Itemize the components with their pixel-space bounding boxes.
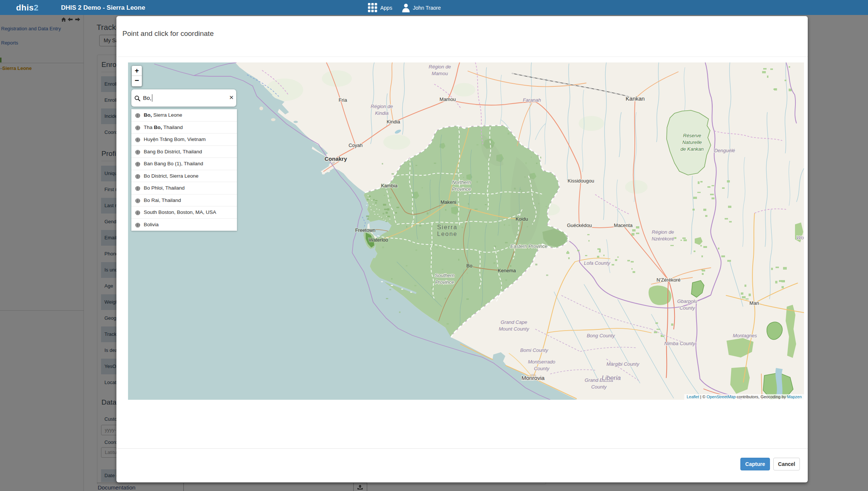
svg-text:Nzérékoré: Nzérékoré bbox=[652, 236, 674, 242]
svg-text:Lofa County: Lofa County bbox=[584, 260, 611, 266]
svg-text:Mamou: Mamou bbox=[432, 71, 448, 76]
svg-text:Kindia: Kindia bbox=[375, 110, 389, 116]
svg-text:Northern: Northern bbox=[452, 179, 471, 185]
svg-text:Grand Cape: Grand Cape bbox=[501, 319, 527, 325]
svg-text:Région de: Région de bbox=[652, 229, 674, 235]
svg-text:Mamou: Mamou bbox=[439, 96, 456, 102]
svg-text:Kambia: Kambia bbox=[381, 183, 398, 188]
svg-text:Monrovia: Monrovia bbox=[521, 375, 545, 381]
svg-text:Région de: Région de bbox=[371, 104, 393, 109]
svg-text:Sierra: Sierra bbox=[437, 224, 458, 230]
svg-text:Makeni: Makeni bbox=[441, 199, 456, 205]
svg-text:Kenema: Kenema bbox=[498, 268, 516, 273]
svg-text:Conakry: Conakry bbox=[325, 156, 347, 162]
svg-text:Province: Province bbox=[435, 279, 454, 285]
svg-text:Eastern Province: Eastern Province bbox=[511, 243, 548, 249]
svg-text:Koidu: Koidu bbox=[515, 216, 528, 222]
svg-text:Faranah: Faranah bbox=[523, 97, 541, 103]
svg-text:Southern: Southern bbox=[435, 273, 455, 278]
svg-text:Woro: Woro bbox=[797, 235, 804, 240]
svg-text:Kindia: Kindia bbox=[387, 119, 401, 125]
svg-text:Guéckédou: Guéckédou bbox=[567, 223, 592, 228]
svg-text:Réserve: Réserve bbox=[683, 133, 701, 138]
svg-text:Montserrado: Montserrado bbox=[528, 359, 555, 365]
svg-text:County: County bbox=[591, 384, 607, 390]
svg-text:Denguélé: Denguélé bbox=[714, 148, 735, 153]
svg-text:Leone: Leone bbox=[437, 231, 458, 237]
svg-text:Freetown: Freetown bbox=[355, 227, 375, 233]
svg-text:Naturelle: Naturelle bbox=[682, 139, 702, 145]
svg-text:Montagnes: Montagnes bbox=[733, 333, 757, 338]
svg-text:Nimba County: Nimba County bbox=[664, 341, 696, 346]
svg-text:Macenta: Macenta bbox=[614, 223, 633, 228]
svg-text:Bong County: Bong County bbox=[587, 333, 615, 338]
svg-text:Bomi County: Bomi County bbox=[520, 347, 549, 353]
svg-text:Màrgibi County: Màrgibi County bbox=[606, 361, 640, 367]
svg-text:Liberia: Liberia bbox=[601, 374, 621, 381]
svg-text:Fria: Fria bbox=[339, 97, 347, 103]
svg-text:Kankan: Kankan bbox=[626, 95, 645, 102]
svg-text:Coyah: Coyah bbox=[348, 142, 363, 148]
svg-text:Province: Province bbox=[452, 186, 471, 192]
svg-text:County: County bbox=[534, 366, 550, 371]
svg-text:Gbarpolu: Gbarpolu bbox=[677, 298, 697, 304]
svg-text:de Kankan: de Kankan bbox=[680, 146, 704, 152]
svg-text:N'Zérékoré: N'Zérékoré bbox=[657, 277, 680, 283]
svg-text:Man: Man bbox=[749, 300, 759, 306]
svg-text:Kissidougou: Kissidougou bbox=[568, 178, 594, 184]
svg-text:County: County bbox=[679, 305, 695, 311]
svg-text:Région de: Région de bbox=[429, 64, 451, 70]
svg-text:Mount County: Mount County bbox=[499, 326, 530, 332]
svg-text:Bo: Bo bbox=[466, 263, 472, 268]
svg-text:Waterloo: Waterloo bbox=[369, 237, 388, 243]
